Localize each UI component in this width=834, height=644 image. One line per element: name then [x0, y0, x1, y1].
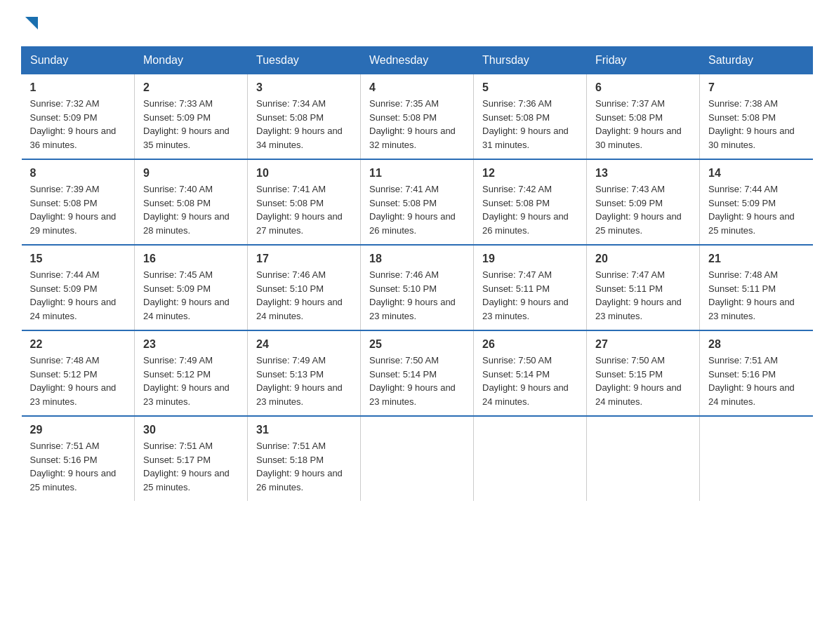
daylight-label: Daylight: 9 hours and 26 minutes. — [482, 211, 569, 236]
day-number: 20 — [595, 253, 691, 265]
calendar-day-cell: 22 Sunrise: 7:48 AM Sunset: 5:12 PM Dayl… — [22, 330, 135, 416]
daylight-label: Daylight: 9 hours and 23 minutes. — [369, 297, 456, 321]
day-number: 5 — [482, 81, 578, 94]
day-number: 23 — [143, 338, 239, 351]
sunset-label: Sunset: 5:08 PM — [482, 198, 550, 208]
day-info: Sunrise: 7:42 AM Sunset: 5:08 PM Dayligh… — [482, 182, 578, 237]
sunrise-label: Sunrise: 7:48 AM — [30, 355, 100, 365]
calendar-day-cell: 25 Sunrise: 7:50 AM Sunset: 5:14 PM Dayl… — [361, 330, 474, 416]
day-info: Sunrise: 7:40 AM Sunset: 5:08 PM Dayligh… — [143, 182, 239, 237]
calendar-day-cell: 7 Sunrise: 7:38 AM Sunset: 5:08 PM Dayli… — [700, 74, 813, 160]
sunrise-label: Sunrise: 7:46 AM — [369, 269, 439, 280]
sunrise-label: Sunrise: 7:37 AM — [595, 98, 665, 109]
calendar-week-row: 22 Sunrise: 7:48 AM Sunset: 5:12 PM Dayl… — [22, 330, 813, 416]
day-info: Sunrise: 7:47 AM Sunset: 5:11 PM Dayligh… — [482, 268, 578, 323]
day-number: 18 — [369, 253, 465, 265]
day-number: 9 — [143, 167, 239, 180]
day-info: Sunrise: 7:33 AM Sunset: 5:09 PM Dayligh… — [143, 97, 239, 152]
day-info: Sunrise: 7:39 AM Sunset: 5:08 PM Dayligh… — [30, 182, 126, 237]
sunset-label: Sunset: 5:12 PM — [30, 369, 98, 380]
sunset-label: Sunset: 5:15 PM — [595, 369, 663, 380]
day-info: Sunrise: 7:36 AM Sunset: 5:08 PM Dayligh… — [482, 97, 578, 152]
day-info: Sunrise: 7:46 AM Sunset: 5:10 PM Dayligh… — [256, 268, 352, 323]
calendar-day-cell — [700, 416, 813, 501]
day-number: 11 — [369, 167, 465, 180]
day-number: 22 — [30, 338, 126, 351]
sunrise-label: Sunrise: 7:38 AM — [708, 98, 778, 109]
day-info: Sunrise: 7:41 AM Sunset: 5:08 PM Dayligh… — [369, 182, 465, 237]
sunrise-label: Sunrise: 7:32 AM — [30, 98, 100, 109]
calendar-day-cell: 14 Sunrise: 7:44 AM Sunset: 5:09 PM Dayl… — [700, 159, 813, 245]
header-row: Sunday Monday Tuesday Wednesday Thursday… — [22, 47, 813, 74]
day-number: 12 — [482, 167, 578, 180]
day-info: Sunrise: 7:48 AM Sunset: 5:12 PM Dayligh… — [30, 354, 126, 408]
day-number: 31 — [256, 424, 352, 436]
day-info: Sunrise: 7:45 AM Sunset: 5:09 PM Dayligh… — [143, 268, 239, 323]
calendar-day-cell: 4 Sunrise: 7:35 AM Sunset: 5:08 PM Dayli… — [361, 74, 474, 160]
sunrise-label: Sunrise: 7:41 AM — [256, 184, 326, 194]
day-info: Sunrise: 7:49 AM Sunset: 5:13 PM Dayligh… — [256, 354, 352, 408]
day-info: Sunrise: 7:50 AM Sunset: 5:14 PM Dayligh… — [369, 354, 465, 408]
sunset-label: Sunset: 5:10 PM — [369, 283, 437, 294]
day-info: Sunrise: 7:49 AM Sunset: 5:12 PM Dayligh… — [143, 354, 239, 408]
calendar-day-cell: 29 Sunrise: 7:51 AM Sunset: 5:16 PM Dayl… — [22, 416, 135, 501]
logo — [21, 14, 42, 34]
daylight-label: Daylight: 9 hours and 23 minutes. — [143, 382, 230, 407]
calendar-week-row: 8 Sunrise: 7:39 AM Sunset: 5:08 PM Dayli… — [22, 159, 813, 245]
logo-icon — [22, 14, 42, 34]
sunset-label: Sunset: 5:08 PM — [143, 198, 211, 208]
col-wednesday: Wednesday — [361, 47, 474, 74]
daylight-label: Daylight: 9 hours and 26 minutes. — [369, 211, 456, 236]
sunrise-label: Sunrise: 7:43 AM — [595, 184, 665, 194]
sunset-label: Sunset: 5:09 PM — [30, 112, 98, 123]
calendar-day-cell: 19 Sunrise: 7:47 AM Sunset: 5:11 PM Dayl… — [474, 245, 587, 330]
day-number: 28 — [708, 338, 805, 351]
page-header — [21, 14, 813, 34]
col-friday: Friday — [587, 47, 700, 74]
day-number: 30 — [143, 424, 239, 436]
day-number: 3 — [256, 81, 352, 94]
sunset-label: Sunset: 5:16 PM — [30, 455, 98, 465]
sunrise-label: Sunrise: 7:34 AM — [256, 98, 326, 109]
daylight-label: Daylight: 9 hours and 25 minutes. — [143, 468, 230, 492]
calendar-day-cell: 9 Sunrise: 7:40 AM Sunset: 5:08 PM Dayli… — [135, 159, 248, 245]
calendar-header: Sunday Monday Tuesday Wednesday Thursday… — [22, 47, 813, 74]
daylight-label: Daylight: 9 hours and 24 minutes. — [30, 297, 117, 321]
daylight-label: Daylight: 9 hours and 27 minutes. — [256, 211, 343, 236]
sunset-label: Sunset: 5:18 PM — [256, 455, 324, 465]
calendar-day-cell: 5 Sunrise: 7:36 AM Sunset: 5:08 PM Dayli… — [474, 74, 587, 160]
sunset-label: Sunset: 5:09 PM — [595, 198, 663, 208]
calendar-day-cell: 10 Sunrise: 7:41 AM Sunset: 5:08 PM Dayl… — [248, 159, 361, 245]
sunset-label: Sunset: 5:12 PM — [143, 369, 211, 380]
calendar-day-cell: 21 Sunrise: 7:48 AM Sunset: 5:11 PM Dayl… — [700, 245, 813, 330]
sunrise-label: Sunrise: 7:47 AM — [482, 269, 552, 280]
sunrise-label: Sunrise: 7:47 AM — [595, 269, 665, 280]
day-info: Sunrise: 7:43 AM Sunset: 5:09 PM Dayligh… — [595, 182, 691, 237]
daylight-label: Daylight: 9 hours and 36 minutes. — [30, 126, 117, 150]
day-number: 29 — [30, 424, 126, 436]
daylight-label: Daylight: 9 hours and 24 minutes. — [708, 382, 795, 407]
calendar-day-cell: 18 Sunrise: 7:46 AM Sunset: 5:10 PM Dayl… — [361, 245, 474, 330]
sunrise-label: Sunrise: 7:42 AM — [482, 184, 552, 194]
day-info: Sunrise: 7:48 AM Sunset: 5:11 PM Dayligh… — [708, 268, 805, 323]
sunrise-label: Sunrise: 7:51 AM — [256, 441, 326, 451]
daylight-label: Daylight: 9 hours and 23 minutes. — [595, 297, 682, 321]
daylight-label: Daylight: 9 hours and 25 minutes. — [595, 211, 682, 236]
sunrise-label: Sunrise: 7:51 AM — [30, 441, 100, 451]
col-thursday: Thursday — [474, 47, 587, 74]
daylight-label: Daylight: 9 hours and 24 minutes. — [595, 382, 682, 407]
sunset-label: Sunset: 5:08 PM — [595, 112, 663, 123]
calendar-day-cell: 13 Sunrise: 7:43 AM Sunset: 5:09 PM Dayl… — [587, 159, 700, 245]
calendar-day-cell: 28 Sunrise: 7:51 AM Sunset: 5:16 PM Dayl… — [700, 330, 813, 416]
day-info: Sunrise: 7:35 AM Sunset: 5:08 PM Dayligh… — [369, 97, 465, 152]
day-number: 16 — [143, 253, 239, 265]
day-number: 10 — [256, 167, 352, 180]
col-monday: Monday — [135, 47, 248, 74]
sunrise-label: Sunrise: 7:49 AM — [143, 355, 213, 365]
sunrise-label: Sunrise: 7:50 AM — [369, 355, 439, 365]
daylight-label: Daylight: 9 hours and 25 minutes. — [30, 468, 117, 492]
sunset-label: Sunset: 5:11 PM — [708, 283, 776, 294]
day-number: 1 — [30, 81, 126, 94]
day-info: Sunrise: 7:34 AM Sunset: 5:08 PM Dayligh… — [256, 97, 352, 152]
sunset-label: Sunset: 5:11 PM — [595, 283, 663, 294]
